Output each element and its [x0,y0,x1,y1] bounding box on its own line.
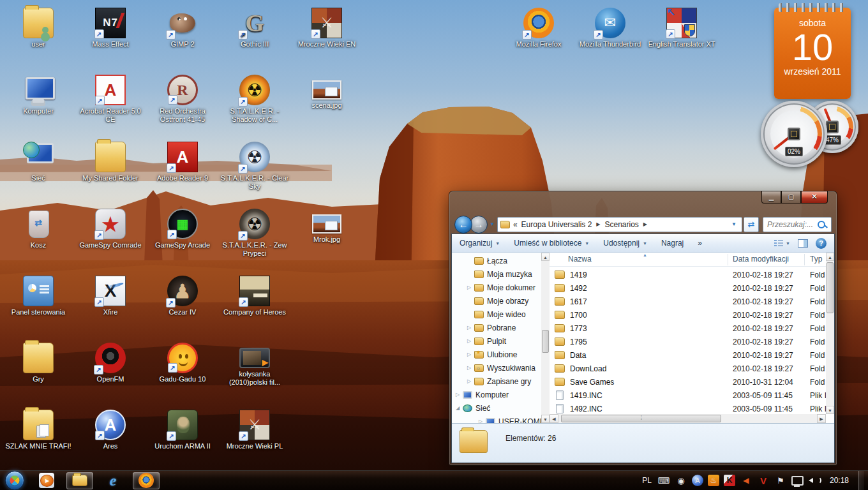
nav-tree-item[interactable]: ▷ Moje dokumer [452,281,541,294]
language-indicator[interactable]: PL [642,476,652,485]
kaspersky-icon[interactable]: K [724,475,735,486]
desktop-icon-thunderbird[interactable]: ✉ Mozilla Thunderbird [574,3,646,70]
desktop-icon-siec[interactable]: Sieć [3,137,74,204]
refresh-button[interactable]: ⇄ [744,217,759,232]
desktop-icon-szlak[interactable]: SZLAK MNIE TRAFI! [3,405,74,471]
desktop-icon-gimp[interactable]: GIMP 2 [147,3,218,70]
nav-tree-item[interactable]: Moje wideo [452,308,541,321]
1492.INC[interactable]: 1492.INC 2003-05-09 11:45 Plik I [550,402,826,414]
desktop-icon-mrok-jpg[interactable]: Mrok.jpg [291,204,363,271]
1795[interactable]: 1795 2010-02-18 19:27 Fold [550,335,826,348]
column-header-type[interactable]: Typ [810,255,822,264]
tree-expand-icon[interactable]: ▷ [467,365,474,371]
nav-tree-item[interactable]: ▷ Pobrane [452,321,541,334]
history-dropdown-icon[interactable]: ▼ [490,221,495,227]
nav-tree-item[interactable]: Łącza [452,254,541,267]
Data[interactable]: Data 2010-02-18 19:27 Fold [550,348,826,362]
explorer-taskbar-button[interactable] [66,472,93,489]
action-center-flag-icon[interactable]: ⚑ [774,474,787,487]
navigation-scrollbar[interactable]: ▲ ▼ [541,253,550,423]
toolbar-item[interactable]: Nagraj [661,239,684,248]
column-header-name[interactable]: Nazwa [568,255,592,264]
address-dropdown-icon[interactable]: ▼ [731,221,737,227]
show-desktop-button[interactable] [858,471,864,490]
desktop-icon-stalker-shadow[interactable]: ☢ S.T.A.L.K.E.R. - Shadow of C... [219,70,290,137]
breadcrumb-item[interactable]: Europa Universalis 2 [521,220,592,229]
keyboard-icon[interactable]: ⌨ [657,474,670,487]
minimize-button[interactable]: ▁ [761,191,781,204]
back-button[interactable]: ← [454,216,472,234]
column-header-date[interactable]: Data modyfikacji [733,255,789,264]
change-view-button[interactable] [774,239,790,247]
nav-tree-item[interactable]: Moje obrazy [452,294,541,308]
toolbar-item[interactable]: Udostępnij [603,239,647,248]
tree-expand-icon[interactable]: ◢ [456,405,463,411]
scroll-up-icon[interactable]: ▲ [826,253,834,261]
maximize-button[interactable]: ▢ [781,191,801,204]
close-button[interactable]: ✕ [801,191,828,204]
desktop-icon-firefox[interactable]: Mozilla Firefox [503,3,574,70]
desktop-icon-gamespy-comrade[interactable]: ★ GameSpy Comrade [75,204,146,271]
desktop-icon-gamespy-arcade[interactable]: ▦ GameSpy Arcade [147,204,218,271]
desktop-icon-mroczne-wieki-pl[interactable]: ⚔ Mroczne Wieki PL [219,405,290,471]
desktop-icon-acrobat-reader-5[interactable]: A Acrobat Reader 5.0 CE [75,70,146,137]
desktop-icon-cezar-iv[interactable]: ♟ Cezar IV [147,271,218,338]
desktop-icon-my-shared-folder[interactable]: My Shared Folder [75,137,146,204]
desktop-icon-kolysanka[interactable]: kołysanka (2010)polski fil... [219,338,290,405]
1419.INC[interactable]: 1419.INC 2003-05-09 11:45 Plik I [550,389,826,402]
network-icon[interactable] [791,474,804,487]
nav-tree-item[interactable]: ◢ Sieć [452,401,541,415]
breadcrumb-separator-icon[interactable] [643,221,647,227]
horizontal-scrollbar[interactable]: ◀ ▶ [550,414,826,423]
start-button[interactable] [5,471,24,490]
firefox-taskbar-button[interactable] [133,472,160,489]
column-divider[interactable] [728,254,728,265]
toolbar-item[interactable]: » [698,239,702,248]
scroll-down-icon[interactable]: ▼ [541,415,550,423]
desktop-icon-komputer[interactable]: Komputer [3,70,74,137]
wmp-taskbar-button[interactable] [33,472,60,489]
desktop-icon-scena-jpg[interactable]: scena.jpg [291,70,363,137]
desktop-icon-gry[interactable]: Gry [3,338,74,405]
desktop-icon-openfm[interactable]: OpenFM [75,338,146,405]
file-list-scrollbar[interactable]: ▲ ▼ [826,253,834,414]
desktop-icon-xfire[interactable]: X Xfire [75,271,146,338]
calendar-gadget[interactable]: sobota 10 wrzesień 2011 [774,8,851,99]
desktop-icon-user[interactable]: user [3,3,74,70]
breadcrumb-item[interactable]: Scenarios [604,220,638,229]
DownLoad[interactable]: DownLoad 2010-02-18 19:27 Fold [550,362,826,375]
nav-tree-item[interactable]: ▷ Ulubione [452,348,541,361]
nav-tree-item[interactable]: ▷ Pulpit [452,334,541,348]
search-icon[interactable] [820,219,829,228]
desktop-icon-english-translator[interactable]: English Translator XT [646,3,717,70]
1617[interactable]: 1617 2010-02-18 19:27 Fold [550,295,826,308]
tree-expand-icon[interactable]: ▷ [467,325,474,330]
breadcrumb[interactable]: « Europa Universalis 2 Scenarios ▼ [497,217,742,232]
tree-expand-icon[interactable]: ▷ [467,378,474,384]
scroll-right-icon[interactable]: ▶ [817,414,826,423]
desktop-icon-mroczne-wieki-en[interactable]: ⚔ Mroczne Wieki EN [291,3,363,70]
cpu-meter-gadget[interactable]: 02% [761,101,827,167]
java-icon[interactable]: ♨ [708,475,719,486]
1773[interactable]: 1773 2010-02-18 19:27 Fold [550,322,826,335]
1700[interactable]: 1700 2010-02-18 19:27 Fold [550,308,826,322]
desktop-icon-adobe-reader-9[interactable]: A Adobe Reader 9 [147,137,218,204]
desktop-icon-gothic-iii[interactable]: G Gothic III [219,3,290,70]
Save Games[interactable]: Save Games 2010-10-31 12:04 Fold [550,375,826,389]
desktop-icon-panel-sterowania[interactable]: Panel sterowania [3,271,74,338]
tree-expand-icon[interactable]: ▷ [467,352,474,357]
volume-icon[interactable] [809,474,821,487]
desktop-icon-arma-ii[interactable]: Uruchom ARMA II [147,405,218,471]
tree-expand-icon[interactable]: ▷ [456,392,463,397]
scroll-up-icon[interactable]: ▲ [541,253,550,261]
desktop-icon-stalker-zew[interactable]: ☢ S.T.A.L.K.E.R. - Zew Prypeci [219,204,290,271]
desktop-icon-company-of-heroes[interactable]: Company of Heroes [219,271,290,338]
clock[interactable]: 20:18 [830,476,849,485]
toolbar-item[interactable]: Umieść w bibliotece [514,239,589,248]
forward-button[interactable]: → [470,216,488,234]
scroll-left-icon[interactable]: ◀ [550,414,558,423]
ares-tray-icon[interactable]: A [692,475,703,486]
scrollbar-thumb[interactable] [542,330,549,353]
nav-tree-item[interactable]: ▷ USER-KOMPUT [452,415,541,423]
1419[interactable]: 1419 2010-02-18 19:27 Fold [550,268,826,281]
